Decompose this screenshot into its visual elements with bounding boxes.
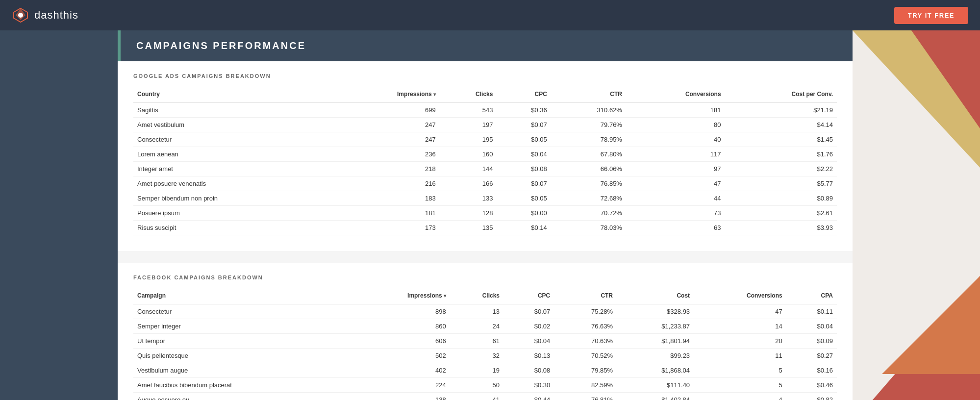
cell-conversions: 20 [694,334,786,349]
cell-cpc: $0.07 [497,176,551,191]
table-row: Amet posuere venenatis 216 166 $0.07 76.… [133,176,837,191]
cell-cpa: $0.11 [786,304,837,319]
cell-cpc: $0.08 [503,363,554,378]
cell-ctr: 82.59% [554,378,617,393]
cell-cpc: $0.13 [503,349,554,363]
cell-impressions: 898 [351,304,450,319]
facebook-ads-table: Campaign Impressions ▾ Clicks CPC CTR Co… [133,288,837,400]
cell-cpc: $0.36 [497,103,551,118]
cell-conversions: 11 [694,349,786,363]
cell-country: Sagittis [133,103,334,118]
cell-cpa: $0.16 [786,363,837,378]
cell-clicks: 144 [440,162,497,176]
cell-country: Amet posuere venenatis [133,176,334,191]
logo-text: dashthis [34,9,78,22]
cell-clicks: 166 [440,176,497,191]
table-row: Amet vestibulum 247 197 $0.07 79.76% 80 … [133,118,837,132]
cell-cpa: $0.46 [786,378,837,393]
cell-campaign: Amet faucibus bibendum placerat [133,378,351,393]
cell-clicks: 13 [450,304,503,319]
cell-impressions: 218 [334,162,439,176]
cell-cpc: $0.02 [503,319,554,334]
cell-impressions: 183 [334,191,439,206]
table-row: Semper bibendum non proin 183 133 $0.05 … [133,191,837,206]
cell-conversions: 47 [626,176,725,191]
table-row: Risus suscipit 173 135 $0.14 78.03% 63 $… [133,221,837,235]
table-row: Posuere ipsum 181 128 $0.00 70.72% 73 $2… [133,206,837,221]
cell-country: Lorem aenean [133,147,334,162]
cell-campaign: Vestibulum augue [133,363,351,378]
table-row: Lorem aenean 236 160 $0.04 67.80% 117 $1… [133,147,837,162]
cell-cpa: $0.82 [786,393,837,400]
cell-cost-per-conv: $3.93 [725,221,837,235]
col-ctr: CTR [551,87,626,103]
table-row: Consectetur 898 13 $0.07 75.28% $328.93 … [133,304,837,319]
deco-orange [882,276,980,374]
deco-red-top [911,30,980,128]
try-free-button[interactable]: TRY IT FREE [894,7,968,24]
content-area: CAMPAIGNS PERFORMANCE GOOGLE ADS CAMPAIG… [118,30,853,400]
col-impressions[interactable]: Impressions ▾ [334,87,439,103]
cell-ctr: 70.72% [551,206,626,221]
cell-conversions: 181 [626,103,725,118]
page-title: CAMPAIGNS PERFORMANCE [136,40,306,51]
spacer-1 [118,251,853,263]
logo-icon [12,6,29,24]
facebook-section-label: FACEBOOK CAMPAIGNS BREAKDOWN [133,275,837,280]
col-campaign: Campaign [133,288,351,304]
cell-cost-per-conv: $2.61 [725,206,837,221]
col-cost-per-conv: Cost per Conv. [725,87,837,103]
cell-cost: $328.93 [617,304,694,319]
cell-impressions: 224 [351,378,450,393]
cell-cost-per-conv: $1.76 [725,147,837,162]
cell-clicks: 41 [450,393,503,400]
cell-cost: $111.40 [617,378,694,393]
cell-cpc: $0.00 [497,206,551,221]
cell-clicks: 133 [440,191,497,206]
cell-cpc: $0.44 [503,393,554,400]
cell-conversions: 97 [626,162,725,176]
cell-country: Semper bibendum non proin [133,191,334,206]
cell-clicks: 19 [450,363,503,378]
cell-country: Posuere ipsum [133,206,334,221]
cell-conversions: 117 [626,147,725,162]
cell-conversions: 4 [694,393,786,400]
cell-impressions: 502 [351,349,450,363]
cell-cost: $1,868.04 [617,363,694,378]
cell-impressions: 173 [334,221,439,235]
cell-ctr: 72.68% [551,191,626,206]
main-layout: CAMPAIGNS PERFORMANCE GOOGLE ADS CAMPAIG… [0,30,980,400]
cell-cpc: $0.04 [497,147,551,162]
table-row: Ut tempor 606 61 $0.04 70.63% $1,801.94 … [133,334,837,349]
cell-cost: $99.23 [617,349,694,363]
google-ads-section: GOOGLE ADS CAMPAIGNS BREAKDOWN Country I… [118,61,853,251]
cell-impressions: 236 [334,147,439,162]
cell-conversions: 47 [694,304,786,319]
google-table-header-row: Country Impressions ▾ Clicks CPC CTR Con… [133,87,837,103]
cell-cost-per-conv: $0.89 [725,191,837,206]
col-clicks: Clicks [450,288,503,304]
cell-cpc: $0.07 [497,118,551,132]
cell-cost: $1,402.84 [617,393,694,400]
cell-impressions: 247 [334,132,439,147]
cell-country: Risus suscipit [133,221,334,235]
cell-conversions: 63 [626,221,725,235]
cell-campaign: Augue posuere eu [133,393,351,400]
cell-ctr: 76.81% [554,393,617,400]
cell-clicks: 32 [450,349,503,363]
cell-cpa: $0.04 [786,319,837,334]
cell-conversions: 80 [626,118,725,132]
cell-ctr: 79.85% [554,363,617,378]
col-impressions[interactable]: Impressions ▾ [351,288,450,304]
cell-campaign: Quis pellentesque [133,349,351,363]
cell-cost-per-conv: $21.19 [725,103,837,118]
table-row: Augue posuere eu 138 41 $0.44 76.81% $1,… [133,393,837,400]
cell-cpa: $0.09 [786,334,837,349]
table-row: Vestibulum augue 402 19 $0.08 79.85% $1,… [133,363,837,378]
cell-cpc: $0.14 [497,221,551,235]
cell-campaign: Consectetur [133,304,351,319]
cell-conversions: 5 [694,363,786,378]
cell-ctr: 79.76% [551,118,626,132]
cell-cost: $1,233.87 [617,319,694,334]
cell-impressions: 181 [334,206,439,221]
